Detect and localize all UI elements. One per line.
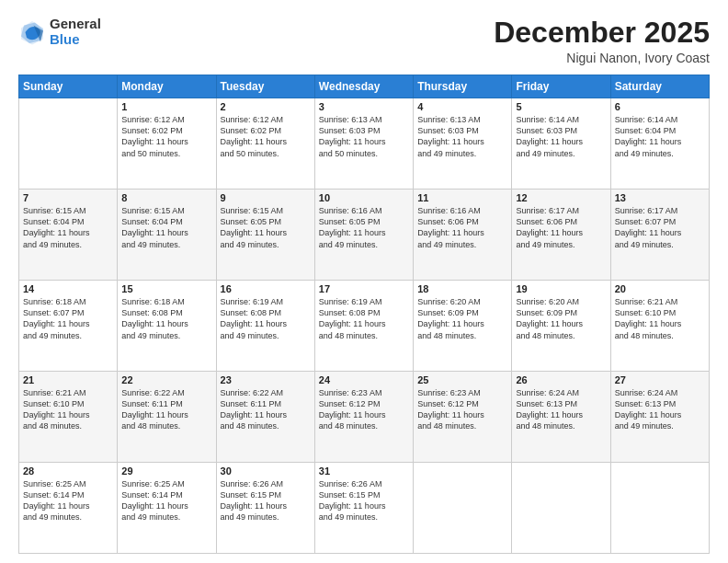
- calendar-cell: 17Sunrise: 6:19 AM Sunset: 6:08 PM Dayli…: [314, 281, 413, 372]
- calendar-cell: 7Sunrise: 6:15 AM Sunset: 6:04 PM Daylig…: [19, 190, 118, 281]
- day-number: 7: [23, 192, 113, 203]
- calendar-cell: [512, 463, 610, 554]
- calendar-week-row: 14Sunrise: 6:18 AM Sunset: 6:07 PM Dayli…: [19, 281, 710, 372]
- day-number: 11: [417, 192, 507, 203]
- day-number: 21: [23, 374, 113, 385]
- calendar-cell: 19Sunrise: 6:20 AM Sunset: 6:09 PM Dayli…: [512, 281, 610, 372]
- logo-text: General Blue: [50, 17, 101, 47]
- logo-general: General: [50, 17, 101, 32]
- calendar-cell: 9Sunrise: 6:15 AM Sunset: 6:05 PM Daylig…: [216, 190, 314, 281]
- weekday-header: Monday: [118, 75, 216, 98]
- header: General Blue December 2025 Nigui Nanon, …: [18, 17, 710, 65]
- logo-blue: Blue: [50, 32, 101, 48]
- calendar-cell: 5Sunrise: 6:14 AM Sunset: 6:03 PM Daylig…: [512, 98, 610, 190]
- day-info: Sunrise: 6:25 AM Sunset: 6:14 PM Dayligh…: [23, 478, 113, 523]
- calendar-week-row: 21Sunrise: 6:21 AM Sunset: 6:10 PM Dayli…: [19, 372, 710, 463]
- weekday-header: Tuesday: [216, 75, 314, 98]
- weekday-header: Friday: [512, 75, 610, 98]
- calendar-cell: 11Sunrise: 6:16 AM Sunset: 6:06 PM Dayli…: [414, 190, 512, 281]
- day-number: 1: [121, 101, 211, 112]
- day-info: Sunrise: 6:14 AM Sunset: 6:03 PM Dayligh…: [516, 114, 606, 159]
- day-number: 19: [516, 283, 606, 294]
- day-info: Sunrise: 6:14 AM Sunset: 6:04 PM Dayligh…: [615, 114, 705, 159]
- day-number: 13: [615, 192, 705, 203]
- day-info: Sunrise: 6:16 AM Sunset: 6:06 PM Dayligh…: [417, 205, 507, 250]
- calendar-cell: 29Sunrise: 6:25 AM Sunset: 6:14 PM Dayli…: [118, 463, 216, 554]
- day-info: Sunrise: 6:17 AM Sunset: 6:06 PM Dayligh…: [516, 205, 606, 250]
- calendar-cell: 22Sunrise: 6:22 AM Sunset: 6:11 PM Dayli…: [118, 372, 216, 463]
- day-info: Sunrise: 6:26 AM Sunset: 6:15 PM Dayligh…: [319, 478, 409, 523]
- day-info: Sunrise: 6:19 AM Sunset: 6:08 PM Dayligh…: [221, 296, 311, 341]
- day-info: Sunrise: 6:13 AM Sunset: 6:03 PM Dayligh…: [319, 114, 409, 159]
- day-number: 14: [23, 283, 113, 294]
- day-number: 17: [319, 283, 409, 294]
- logo: General Blue: [18, 17, 101, 47]
- day-info: Sunrise: 6:16 AM Sunset: 6:05 PM Dayligh…: [319, 205, 409, 250]
- subtitle: Nigui Nanon, Ivory Coast: [494, 51, 710, 65]
- day-number: 2: [221, 101, 311, 112]
- day-info: Sunrise: 6:25 AM Sunset: 6:14 PM Dayligh…: [121, 478, 211, 523]
- calendar-cell: 27Sunrise: 6:24 AM Sunset: 6:13 PM Dayli…: [610, 372, 709, 463]
- day-info: Sunrise: 6:23 AM Sunset: 6:12 PM Dayligh…: [319, 387, 409, 432]
- day-number: 20: [615, 283, 705, 294]
- day-info: Sunrise: 6:15 AM Sunset: 6:04 PM Dayligh…: [121, 205, 211, 250]
- day-number: 30: [221, 465, 311, 477]
- main-title: December 2025: [494, 17, 710, 49]
- page: General Blue December 2025 Nigui Nanon, …: [0, 0, 728, 563]
- calendar-cell: 3Sunrise: 6:13 AM Sunset: 6:03 PM Daylig…: [314, 98, 413, 190]
- calendar-cell: 30Sunrise: 6:26 AM Sunset: 6:15 PM Dayli…: [216, 463, 314, 554]
- day-info: Sunrise: 6:15 AM Sunset: 6:05 PM Dayligh…: [221, 205, 311, 250]
- calendar-cell: 15Sunrise: 6:18 AM Sunset: 6:08 PM Dayli…: [118, 281, 216, 372]
- weekday-header: Wednesday: [314, 75, 413, 98]
- day-info: Sunrise: 6:20 AM Sunset: 6:09 PM Dayligh…: [516, 296, 606, 341]
- calendar-week-row: 28Sunrise: 6:25 AM Sunset: 6:14 PM Dayli…: [19, 463, 710, 554]
- day-info: Sunrise: 6:21 AM Sunset: 6:10 PM Dayligh…: [615, 296, 705, 341]
- calendar-header-row: SundayMondayTuesdayWednesdayThursdayFrid…: [19, 75, 710, 98]
- day-info: Sunrise: 6:15 AM Sunset: 6:04 PM Dayligh…: [23, 205, 113, 250]
- day-number: 29: [121, 465, 211, 477]
- day-info: Sunrise: 6:26 AM Sunset: 6:15 PM Dayligh…: [221, 478, 311, 523]
- calendar-cell: 21Sunrise: 6:21 AM Sunset: 6:10 PM Dayli…: [19, 372, 118, 463]
- calendar-table: SundayMondayTuesdayWednesdayThursdayFrid…: [18, 75, 710, 554]
- weekday-header: Sunday: [19, 75, 118, 98]
- calendar-cell: 25Sunrise: 6:23 AM Sunset: 6:12 PM Dayli…: [414, 372, 512, 463]
- day-info: Sunrise: 6:22 AM Sunset: 6:11 PM Dayligh…: [221, 387, 311, 432]
- day-info: Sunrise: 6:22 AM Sunset: 6:11 PM Dayligh…: [121, 387, 211, 432]
- day-info: Sunrise: 6:19 AM Sunset: 6:08 PM Dayligh…: [319, 296, 409, 341]
- day-number: 8: [121, 192, 211, 203]
- calendar-cell: 23Sunrise: 6:22 AM Sunset: 6:11 PM Dayli…: [216, 372, 314, 463]
- day-info: Sunrise: 6:24 AM Sunset: 6:13 PM Dayligh…: [615, 387, 705, 432]
- calendar-cell: 20Sunrise: 6:21 AM Sunset: 6:10 PM Dayli…: [610, 281, 709, 372]
- title-block: December 2025 Nigui Nanon, Ivory Coast: [494, 17, 710, 65]
- day-number: 16: [221, 283, 311, 294]
- day-number: 12: [516, 192, 606, 203]
- calendar-cell: 1Sunrise: 6:12 AM Sunset: 6:02 PM Daylig…: [118, 98, 216, 190]
- day-info: Sunrise: 6:18 AM Sunset: 6:08 PM Dayligh…: [121, 296, 211, 341]
- day-number: 26: [516, 374, 606, 385]
- calendar-week-row: 7Sunrise: 6:15 AM Sunset: 6:04 PM Daylig…: [19, 190, 710, 281]
- day-info: Sunrise: 6:18 AM Sunset: 6:07 PM Dayligh…: [23, 296, 113, 341]
- calendar-cell: 6Sunrise: 6:14 AM Sunset: 6:04 PM Daylig…: [610, 98, 709, 190]
- day-number: 25: [417, 374, 507, 385]
- day-info: Sunrise: 6:24 AM Sunset: 6:13 PM Dayligh…: [516, 387, 606, 432]
- day-number: 24: [319, 374, 409, 385]
- day-number: 27: [615, 374, 705, 385]
- day-info: Sunrise: 6:12 AM Sunset: 6:02 PM Dayligh…: [221, 114, 311, 159]
- day-number: 3: [319, 101, 409, 112]
- calendar-cell: 31Sunrise: 6:26 AM Sunset: 6:15 PM Dayli…: [314, 463, 413, 554]
- day-info: Sunrise: 6:17 AM Sunset: 6:07 PM Dayligh…: [615, 205, 705, 250]
- day-info: Sunrise: 6:20 AM Sunset: 6:09 PM Dayligh…: [417, 296, 507, 341]
- calendar-cell: 24Sunrise: 6:23 AM Sunset: 6:12 PM Dayli…: [314, 372, 413, 463]
- calendar-cell: 18Sunrise: 6:20 AM Sunset: 6:09 PM Dayli…: [414, 281, 512, 372]
- day-number: 5: [516, 101, 606, 112]
- calendar-cell: 8Sunrise: 6:15 AM Sunset: 6:04 PM Daylig…: [118, 190, 216, 281]
- calendar-cell: 4Sunrise: 6:13 AM Sunset: 6:03 PM Daylig…: [414, 98, 512, 190]
- calendar-cell: 14Sunrise: 6:18 AM Sunset: 6:07 PM Dayli…: [19, 281, 118, 372]
- day-number: 23: [221, 374, 311, 385]
- day-number: 22: [121, 374, 211, 385]
- calendar-cell: 28Sunrise: 6:25 AM Sunset: 6:14 PM Dayli…: [19, 463, 118, 554]
- day-number: 18: [417, 283, 507, 294]
- day-info: Sunrise: 6:23 AM Sunset: 6:12 PM Dayligh…: [417, 387, 507, 432]
- weekday-header: Saturday: [610, 75, 709, 98]
- day-number: 6: [615, 101, 705, 112]
